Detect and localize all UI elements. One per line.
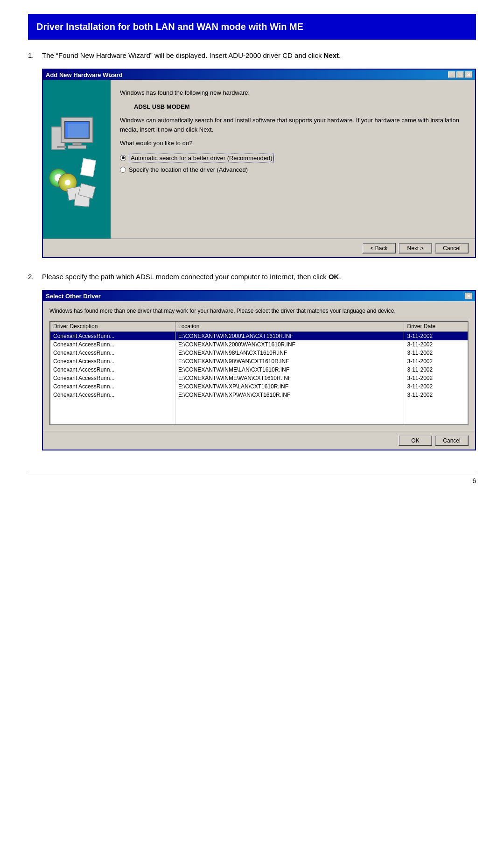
wizard-cancel-button[interactable]: Cancel: [435, 243, 469, 253]
wizard-dialog: Add New Hardware Wizard _ □ ✕: [42, 69, 476, 258]
driver-table-row[interactable]: Conexant AccessRunn...E:\CONEXANT\WINXP\…: [50, 382, 468, 391]
wizard-hardware-name: ADSL USB MODEM: [134, 102, 466, 112]
driver-dialog: Select Other Driver ✕ Windows has found …: [42, 290, 476, 450]
step-1-body: The “Found New Hardware Wizard” will be …: [42, 50, 476, 61]
driver-empty-row: [50, 408, 468, 416]
driver-empty-row: [50, 416, 468, 424]
driver-table-header: Driver Description Location Driver Date: [50, 322, 468, 331]
driver-cell-date: 3-11-2002: [404, 349, 468, 357]
wizard-minimize-btn[interactable]: _: [448, 71, 455, 78]
driver-table-row[interactable]: Conexant AccessRunn...E:\CONEXANT\WIN200…: [50, 331, 468, 340]
step-2-text-after: .: [339, 273, 341, 281]
wizard-radio-group: Automatic search for a better driver (Re…: [120, 154, 466, 173]
wizard-option-1[interactable]: Automatic search for a better driver (Re…: [120, 154, 466, 162]
comp-stand: [68, 145, 86, 149]
document-sheet: [80, 158, 96, 177]
step-1-text-after: .: [339, 51, 341, 59]
step-1-number: 1.: [28, 50, 38, 61]
driver-cell-date: 3-11-2002: [404, 366, 468, 374]
wizard-close-btn[interactable]: ✕: [465, 71, 472, 78]
driver-table-row[interactable]: Conexant AccessRunn...E:\CONEXANT\WIN98\…: [50, 349, 468, 357]
driver-cell-location: E:\CONEXANT\WINME\LAN\CXT1610R.INF: [175, 366, 404, 374]
step-1-text-before: The “Found New Hardware Wizard” will be …: [42, 51, 324, 59]
wizard-back-button[interactable]: < Back: [362, 243, 396, 253]
wizard-question: What would you like to do?: [120, 139, 466, 148]
driver-table-body: Conexant AccessRunn...E:\CONEXANT\WIN200…: [50, 331, 468, 424]
driver-footer: OK Cancel: [43, 431, 475, 450]
wizard-option-1-label: Automatic search for a better driver (Re…: [129, 154, 274, 162]
comp-tower-detail: [57, 146, 66, 148]
driver-cell-location: E:\CONEXANT\WIN2000\LAN\CXT1610R.INF: [175, 331, 404, 340]
driver-col-date: Driver Date: [404, 322, 468, 331]
driver-cell-date: 3-11-2002: [404, 374, 468, 382]
driver-close-btn[interactable]: ✕: [465, 293, 472, 299]
wizard-search-text: Windows can automatically search for and…: [120, 116, 466, 134]
driver-col-location: Location: [175, 322, 404, 331]
driver-description-text: Windows has found more than one driver t…: [49, 307, 469, 315]
wizard-illustration: [49, 113, 105, 206]
driver-table-container: Driver Description Location Driver Date …: [49, 321, 469, 425]
driver-cell-location: E:\CONEXANT\WINME\WAN\CXT1610R.INF: [175, 374, 404, 382]
wizard-found-text: Windows has found the following new hard…: [120, 88, 466, 98]
driver-table-row[interactable]: Conexant AccessRunn...E:\CONEXANT\WIN200…: [50, 340, 468, 349]
driver-table-row[interactable]: Conexant AccessRunn...E:\CONEXANT\WINXP\…: [50, 391, 468, 399]
driver-titlebar-buttons: ✕: [465, 293, 472, 299]
step-2-bold: OK: [329, 273, 339, 281]
wizard-body: Windows has found the following new hard…: [43, 80, 475, 239]
wizard-maximize-btn[interactable]: □: [456, 71, 464, 78]
wizard-footer: < Back Next > Cancel: [43, 239, 475, 257]
driver-table-row[interactable]: Conexant AccessRunn...E:\CONEXANT\WINME\…: [50, 374, 468, 382]
page-header: Driver Installation for both LAN and WAN…: [28, 14, 476, 40]
wizard-titlebar: Add New Hardware Wizard _ □ ✕: [43, 70, 475, 80]
step-2-body: Please specify the path which ADSL modem…: [42, 271, 476, 282]
driver-cell-desc: Conexant AccessRunn...: [50, 357, 175, 366]
driver-table: Driver Description Location Driver Date …: [50, 322, 468, 424]
wizard-right-panel: Windows has found the following new hard…: [111, 80, 475, 239]
driver-cell-desc: Conexant AccessRunn...: [50, 331, 175, 340]
driver-title: Select Other Driver: [46, 293, 101, 300]
step-1-text: 1. The “Found New Hardware Wizard” will …: [28, 50, 476, 61]
step-2-text: 2. Please specify the path which ADSL mo…: [28, 271, 476, 282]
driver-table-row[interactable]: Conexant AccessRunn...E:\CONEXANT\WINME\…: [50, 366, 468, 374]
step-1: 1. The “Found New Hardware Wizard” will …: [28, 50, 476, 258]
driver-cell-date: 3-11-2002: [404, 391, 468, 399]
driver-cell-desc: Conexant AccessRunn...: [50, 366, 175, 374]
step-2-text-before: Please specify the path which ADSL modem…: [42, 273, 329, 281]
wizard-radio-1[interactable]: [120, 155, 126, 161]
driver-cell-date: 3-11-2002: [404, 357, 468, 366]
comp-monitor: [61, 117, 93, 143]
wizard-titlebar-buttons: _ □ ✕: [448, 71, 472, 78]
driver-cell-date: 3-11-2002: [404, 340, 468, 349]
driver-cell-location: E:\CONEXANT\WIN2000\WAN\CXT1610R.INF: [175, 340, 404, 349]
driver-cancel-button[interactable]: Cancel: [435, 435, 469, 446]
driver-empty-row: [50, 399, 468, 408]
wizard-option-2[interactable]: Specify the location of the driver (Adva…: [120, 166, 466, 173]
driver-ok-button[interactable]: OK: [399, 435, 432, 446]
driver-cell-desc: Conexant AccessRunn...: [50, 391, 175, 399]
driver-cell-date: 3-11-2002: [404, 382, 468, 391]
comp-screen: [64, 121, 90, 139]
driver-table-row[interactable]: Conexant AccessRunn...E:\CONEXANT\WIN98\…: [50, 357, 468, 366]
driver-dialog-body: Windows has found more than one driver t…: [43, 301, 475, 431]
driver-cell-location: E:\CONEXANT\WINXP\WAN\CXT1610R.INF: [175, 391, 404, 399]
driver-cell-date: 3-11-2002: [404, 331, 468, 340]
driver-cell-location: E:\CONEXANT\WIN98\LAN\CXT1610R.INF: [175, 349, 404, 357]
driver-cell-desc: Conexant AccessRunn...: [50, 349, 175, 357]
wizard-left-panel: [43, 80, 111, 239]
wizard-title: Add New Hardware Wizard: [46, 71, 123, 78]
driver-titlebar: Select Other Driver ✕: [43, 291, 475, 301]
wizard-next-button[interactable]: Next >: [399, 243, 432, 253]
step-2: 2. Please specify the path which ADSL mo…: [28, 271, 476, 450]
driver-cell-location: E:\CONEXANT\WIN98\WAN\CXT1610R.INF: [175, 357, 404, 366]
wizard-option-2-label: Specify the location of the driver (Adva…: [129, 166, 248, 173]
driver-col-description: Driver Description: [50, 322, 175, 331]
comp-screen-inner: [68, 124, 88, 138]
driver-cell-desc: Conexant AccessRunn...: [50, 340, 175, 349]
step-2-number: 2.: [28, 271, 38, 282]
wizard-radio-2[interactable]: [120, 167, 126, 173]
driver-table-header-row: Driver Description Location Driver Date: [50, 322, 468, 331]
driver-cell-location: E:\CONEXANT\WINXP\LAN\CXT1610R.INF: [175, 382, 404, 391]
page-number: 6: [472, 477, 476, 485]
driver-cell-desc: Conexant AccessRunn...: [50, 374, 175, 382]
step-1-bold: Next: [324, 51, 339, 59]
